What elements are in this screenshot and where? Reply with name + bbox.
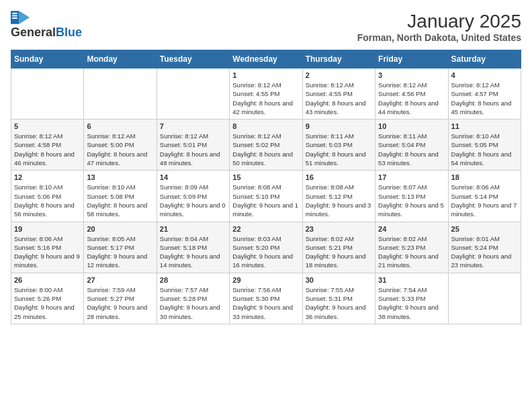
day-info: Sunrise: 7:55 AM Sunset: 5:31 PM Dayligh… bbox=[306, 285, 372, 321]
day-info: Sunrise: 8:11 AM Sunset: 5:03 PM Dayligh… bbox=[306, 132, 372, 167]
calendar-cell: 21Sunrise: 8:04 AM Sunset: 5:18 PM Dayli… bbox=[157, 222, 229, 273]
day-number: 9 bbox=[306, 122, 372, 130]
day-number: 26 bbox=[14, 276, 81, 284]
day-info: Sunrise: 8:08 AM Sunset: 5:10 PM Dayligh… bbox=[232, 183, 299, 218]
day-info: Sunrise: 8:02 AM Sunset: 5:21 PM Dayligh… bbox=[306, 234, 372, 270]
calendar-cell: 30Sunrise: 7:55 AM Sunset: 5:31 PM Dayli… bbox=[302, 273, 375, 324]
weekday-header-sunday: Sunday bbox=[11, 50, 84, 68]
calendar-cell bbox=[448, 273, 521, 324]
day-info: Sunrise: 8:10 AM Sunset: 5:05 PM Dayligh… bbox=[451, 132, 518, 167]
weekday-header-tuesday: Tuesday bbox=[157, 50, 229, 68]
day-number: 17 bbox=[378, 173, 445, 181]
calendar-cell: 8Sunrise: 8:12 AM Sunset: 5:02 PM Daylig… bbox=[230, 120, 302, 171]
day-number: 7 bbox=[160, 122, 226, 130]
calendar-table: SundayMondayTuesdayWednesdayThursdayFrid… bbox=[11, 50, 521, 324]
main-title: January 2025 bbox=[357, 11, 521, 32]
day-info: Sunrise: 8:03 AM Sunset: 5:20 PM Dayligh… bbox=[232, 234, 299, 270]
svg-rect-3 bbox=[12, 15, 17, 17]
logo-text-general: General bbox=[11, 26, 56, 40]
calendar-week-5: 26Sunrise: 8:00 AM Sunset: 5:26 PM Dayli… bbox=[11, 273, 521, 324]
calendar-cell: 26Sunrise: 8:00 AM Sunset: 5:26 PM Dayli… bbox=[11, 273, 84, 324]
day-number: 10 bbox=[378, 122, 445, 130]
day-number: 19 bbox=[14, 225, 81, 233]
calendar-cell: 25Sunrise: 8:01 AM Sunset: 5:24 PM Dayli… bbox=[448, 222, 521, 273]
calendar-cell: 23Sunrise: 8:02 AM Sunset: 5:21 PM Dayli… bbox=[302, 222, 375, 273]
day-number: 27 bbox=[87, 276, 153, 284]
calendar-cell: 19Sunrise: 8:06 AM Sunset: 5:16 PM Dayli… bbox=[11, 222, 84, 273]
day-info: Sunrise: 8:06 AM Sunset: 5:16 PM Dayligh… bbox=[14, 234, 81, 270]
calendar-cell: 17Sunrise: 8:07 AM Sunset: 5:13 PM Dayli… bbox=[375, 171, 448, 222]
day-info: Sunrise: 7:59 AM Sunset: 5:27 PM Dayligh… bbox=[87, 285, 153, 321]
calendar-cell: 11Sunrise: 8:10 AM Sunset: 5:05 PM Dayli… bbox=[448, 120, 521, 171]
calendar-cell: 10Sunrise: 8:11 AM Sunset: 5:04 PM Dayli… bbox=[375, 120, 448, 171]
weekday-header-monday: Monday bbox=[84, 50, 157, 68]
calendar-cell bbox=[11, 68, 84, 120]
calendar-week-1: 1Sunrise: 8:12 AM Sunset: 4:55 PM Daylig… bbox=[11, 68, 521, 120]
calendar-cell: 27Sunrise: 7:59 AM Sunset: 5:27 PM Dayli… bbox=[84, 273, 157, 324]
day-info: Sunrise: 8:10 AM Sunset: 5:08 PM Dayligh… bbox=[87, 183, 153, 218]
day-number: 8 bbox=[232, 122, 299, 130]
day-number: 23 bbox=[306, 225, 372, 233]
calendar-cell: 7Sunrise: 8:12 AM Sunset: 5:01 PM Daylig… bbox=[157, 120, 229, 171]
day-number: 21 bbox=[160, 225, 226, 233]
day-info: Sunrise: 8:06 AM Sunset: 5:14 PM Dayligh… bbox=[451, 183, 518, 218]
day-number: 5 bbox=[14, 122, 81, 130]
day-info: Sunrise: 8:10 AM Sunset: 5:06 PM Dayligh… bbox=[14, 183, 81, 218]
calendar-cell: 29Sunrise: 7:56 AM Sunset: 5:30 PM Dayli… bbox=[230, 273, 302, 324]
day-info: Sunrise: 8:05 AM Sunset: 5:17 PM Dayligh… bbox=[87, 234, 153, 270]
day-number: 25 bbox=[451, 225, 518, 233]
calendar-week-3: 12Sunrise: 8:10 AM Sunset: 5:06 PM Dayli… bbox=[11, 171, 521, 222]
day-number: 1 bbox=[232, 71, 299, 79]
day-number: 12 bbox=[14, 173, 81, 181]
calendar-cell: 14Sunrise: 8:09 AM Sunset: 5:09 PM Dayli… bbox=[157, 171, 229, 222]
calendar-week-4: 19Sunrise: 8:06 AM Sunset: 5:16 PM Dayli… bbox=[11, 222, 521, 273]
weekday-header-saturday: Saturday bbox=[448, 50, 521, 68]
day-info: Sunrise: 8:01 AM Sunset: 5:24 PM Dayligh… bbox=[451, 234, 518, 270]
calendar-cell: 15Sunrise: 8:08 AM Sunset: 5:10 PM Dayli… bbox=[230, 171, 302, 222]
day-info: Sunrise: 8:12 AM Sunset: 5:00 PM Dayligh… bbox=[87, 132, 153, 167]
calendar-cell: 3Sunrise: 8:12 AM Sunset: 4:56 PM Daylig… bbox=[375, 68, 448, 120]
svg-rect-2 bbox=[12, 13, 17, 14]
calendar-body: 1Sunrise: 8:12 AM Sunset: 4:55 PM Daylig… bbox=[11, 68, 521, 324]
weekday-header-thursday: Thursday bbox=[302, 50, 375, 68]
logo: General Blue bbox=[11, 11, 82, 40]
page-header: General Blue January 2025 Forman, North … bbox=[11, 11, 521, 43]
day-number: 4 bbox=[451, 71, 518, 79]
day-number: 3 bbox=[378, 71, 445, 79]
day-info: Sunrise: 8:00 AM Sunset: 5:26 PM Dayligh… bbox=[14, 285, 81, 321]
day-number: 20 bbox=[87, 225, 153, 233]
calendar-cell: 9Sunrise: 8:11 AM Sunset: 5:03 PM Daylig… bbox=[302, 120, 375, 171]
day-info: Sunrise: 7:54 AM Sunset: 5:33 PM Dayligh… bbox=[378, 285, 445, 321]
day-info: Sunrise: 8:12 AM Sunset: 4:58 PM Dayligh… bbox=[14, 132, 81, 167]
day-info: Sunrise: 8:12 AM Sunset: 5:02 PM Dayligh… bbox=[232, 132, 299, 167]
day-number: 15 bbox=[232, 173, 299, 181]
calendar-cell: 1Sunrise: 8:12 AM Sunset: 4:55 PM Daylig… bbox=[230, 68, 302, 120]
day-number: 29 bbox=[232, 276, 299, 284]
calendar-cell: 12Sunrise: 8:10 AM Sunset: 5:06 PM Dayli… bbox=[11, 171, 84, 222]
day-info: Sunrise: 7:56 AM Sunset: 5:30 PM Dayligh… bbox=[232, 285, 299, 321]
day-number: 30 bbox=[306, 276, 372, 284]
calendar-cell: 24Sunrise: 8:02 AM Sunset: 5:23 PM Dayli… bbox=[375, 222, 448, 273]
day-number: 16 bbox=[306, 173, 372, 181]
day-number: 31 bbox=[378, 276, 445, 284]
day-info: Sunrise: 8:07 AM Sunset: 5:13 PM Dayligh… bbox=[378, 183, 445, 218]
logo-icon bbox=[11, 11, 30, 24]
calendar-cell: 2Sunrise: 8:12 AM Sunset: 4:55 PM Daylig… bbox=[302, 68, 375, 120]
day-info: Sunrise: 8:09 AM Sunset: 5:09 PM Dayligh… bbox=[160, 183, 226, 218]
subtitle: Forman, North Dakota, United States bbox=[357, 32, 521, 43]
day-number: 6 bbox=[87, 122, 153, 130]
day-info: Sunrise: 8:12 AM Sunset: 4:56 PM Dayligh… bbox=[378, 81, 445, 116]
calendar-cell: 18Sunrise: 8:06 AM Sunset: 5:14 PM Dayli… bbox=[448, 171, 521, 222]
day-number: 11 bbox=[451, 122, 518, 130]
day-info: Sunrise: 8:12 AM Sunset: 4:57 PM Dayligh… bbox=[451, 81, 518, 116]
calendar-cell: 16Sunrise: 8:08 AM Sunset: 5:12 PM Dayli… bbox=[302, 171, 375, 222]
calendar-week-2: 5Sunrise: 8:12 AM Sunset: 4:58 PM Daylig… bbox=[11, 120, 521, 171]
calendar-cell bbox=[157, 68, 229, 120]
day-info: Sunrise: 8:12 AM Sunset: 4:55 PM Dayligh… bbox=[306, 81, 372, 116]
day-number: 14 bbox=[160, 173, 226, 181]
calendar-cell: 6Sunrise: 8:12 AM Sunset: 5:00 PM Daylig… bbox=[84, 120, 157, 171]
day-number: 2 bbox=[306, 71, 372, 79]
day-info: Sunrise: 8:02 AM Sunset: 5:23 PM Dayligh… bbox=[378, 234, 445, 270]
day-number: 22 bbox=[232, 225, 299, 233]
day-info: Sunrise: 8:08 AM Sunset: 5:12 PM Dayligh… bbox=[306, 183, 372, 218]
